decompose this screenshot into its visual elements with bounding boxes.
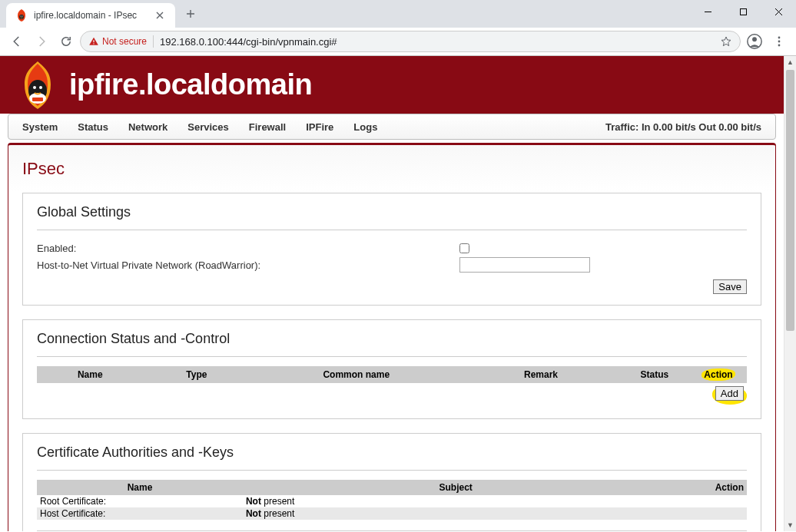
col-status: Status — [619, 366, 690, 383]
svg-point-7 — [752, 37, 757, 41]
connection-heading: Connection Status and -Control — [37, 331, 747, 347]
site-title: ipfire.localdomain — [69, 68, 312, 101]
svg-rect-4 — [93, 40, 94, 42]
menu-system[interactable]: System — [22, 121, 58, 133]
back-button[interactable] — [6, 31, 28, 52]
enabled-label: Enabled: — [37, 243, 459, 254]
host-cert-row: Host Certificate: Not present — [37, 507, 747, 520]
svg-point-14 — [39, 86, 42, 89]
minimize-button[interactable] — [690, 0, 725, 23]
window-controls — [690, 0, 796, 28]
new-tab-button[interactable] — [180, 3, 201, 25]
page-header: ipfire.localdomain — [0, 56, 784, 114]
maximize-button[interactable] — [725, 0, 761, 23]
tab-close-icon[interactable] — [154, 9, 166, 21]
close-window-button[interactable] — [761, 0, 796, 23]
svg-point-9 — [778, 41, 781, 43]
global-settings-heading: Global Settings — [37, 204, 747, 220]
add-highlight: Add — [712, 386, 747, 405]
browser-toolbar: Not secure 192.168.0.100:444/cgi-bin/vpn… — [0, 28, 796, 55]
address-bar[interactable]: Not secure 192.168.0.100:444/cgi-bin/vpn… — [80, 31, 741, 52]
cert-col-subject: Subject — [243, 480, 668, 495]
menu-logs[interactable]: Logs — [353, 121, 377, 133]
certificate-table: Name Subject Action Root Certificate: No… — [37, 480, 747, 520]
menu-status[interactable]: Status — [78, 121, 108, 133]
menu-services[interactable]: Services — [187, 121, 229, 133]
col-remark: Remark — [463, 366, 619, 383]
scroll-down-icon[interactable]: ▼ — [784, 519, 796, 531]
svg-point-2 — [22, 15, 22, 16]
enabled-checkbox[interactable] — [459, 243, 469, 253]
svg-rect-15 — [32, 97, 43, 101]
not-secure-indicator[interactable]: Not secure — [88, 36, 147, 47]
certificate-heading: Certificate Authorities and -Keys — [37, 444, 747, 461]
svg-point-10 — [778, 45, 781, 47]
bookmark-star-icon[interactable] — [720, 35, 732, 48]
content-frame: IPsec Global Settings Enabled: Host-to-N… — [8, 143, 776, 531]
scroll-thumb[interactable] — [786, 70, 794, 331]
page-content: ipfire.localdomain System Status Network… — [0, 56, 784, 531]
cert-col-action: Action — [668, 480, 747, 495]
menu-firewall[interactable]: Firewall — [249, 121, 286, 133]
col-action: Action — [690, 366, 747, 383]
main-menu: System Status Network Services Firewall … — [8, 114, 776, 140]
vertical-scrollbar[interactable]: ▲ ▼ — [784, 56, 796, 531]
profile-button[interactable] — [744, 31, 765, 52]
host-cert-label: Host Certificate: — [37, 507, 243, 520]
col-common: Common name — [250, 366, 463, 383]
tab-title: ipfire.localdomain - IPsec — [34, 10, 154, 21]
warning-icon — [88, 36, 99, 47]
tab-favicon-ipfire-icon — [15, 9, 28, 21]
menu-network[interactable]: Network — [128, 121, 167, 133]
forward-button[interactable] — [31, 31, 52, 52]
col-type: Type — [144, 366, 250, 383]
address-divider — [153, 35, 154, 48]
svg-point-0 — [19, 15, 24, 19]
svg-rect-3 — [740, 8, 746, 15]
scroll-up-icon[interactable]: ▲ — [784, 56, 796, 68]
save-button[interactable]: Save — [713, 279, 747, 294]
kebab-menu-button[interactable] — [768, 31, 790, 52]
svg-point-13 — [33, 86, 36, 89]
page-title: IPsec — [22, 159, 761, 179]
svg-rect-5 — [93, 43, 94, 44]
add-connection-button[interactable]: Add — [715, 386, 744, 401]
col-name: Name — [37, 366, 144, 383]
not-secure-label: Not secure — [102, 36, 147, 47]
svg-point-8 — [778, 37, 781, 39]
tab-strip: ipfire.localdomain - IPsec — [0, 0, 796, 28]
root-cert-status: Not present — [243, 495, 668, 507]
roadwarrior-input[interactable] — [459, 257, 590, 273]
certificate-table-header: Name Subject Action — [37, 480, 747, 495]
global-settings-section: Global Settings Enabled: Host-to-Net Vir… — [22, 193, 761, 306]
viewport: ▲ ▼ ipfire.localdomain System Status — [0, 56, 796, 531]
url-text: 192.168.0.100:444/cgi-bin/vpnmain.cgi# — [160, 36, 714, 48]
roadwarrior-label: Host-to-Net Virtual Private Network (Roa… — [37, 259, 459, 271]
svg-point-1 — [20, 15, 21, 16]
ipfire-logo-icon — [18, 61, 57, 110]
root-cert-row: Root Certificate: Not present — [37, 495, 747, 507]
root-cert-label: Root Certificate: — [37, 495, 243, 507]
browser-chrome: ipfire.localdomain - IPsec Not secure 19… — [0, 0, 796, 56]
reload-button[interactable] — [55, 31, 77, 52]
certificate-section: Certificate Authorities and -Keys Name S… — [22, 433, 761, 531]
cert-col-name: Name — [37, 480, 243, 495]
connection-table: Name Type Common name Remark Status Acti… — [37, 366, 747, 408]
connection-section: Connection Status and -Control Name Type… — [22, 319, 761, 419]
connection-table-header: Name Type Common name Remark Status Acti… — [37, 366, 747, 383]
connection-add-row: Add — [37, 383, 747, 408]
host-cert-status: Not present — [243, 507, 668, 520]
menu-ipfire[interactable]: IPFire — [306, 121, 333, 133]
browser-tab[interactable]: ipfire.localdomain - IPsec — [6, 3, 175, 28]
traffic-indicator: Traffic: In 0.00 bit/s Out 0.00 bit/s — [605, 121, 761, 133]
